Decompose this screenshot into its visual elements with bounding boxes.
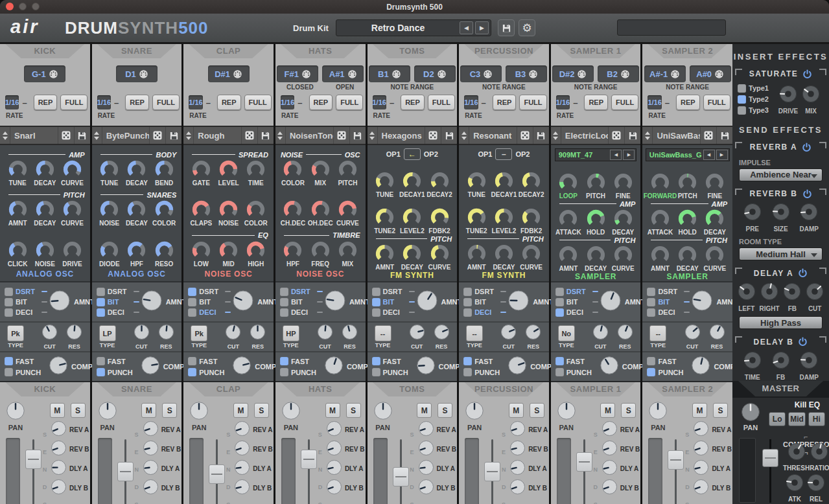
- mute-button[interactable]: M: [600, 403, 615, 418]
- solo-button[interactable]: S: [254, 403, 269, 418]
- level2-knob[interactable]: LEVEL2: [490, 207, 517, 235]
- comp-knob[interactable]: COMP: [49, 356, 93, 378]
- curve-knob[interactable]: CURVE: [58, 159, 86, 187]
- punch-checkbox[interactable]: [463, 368, 472, 376]
- bit-checkbox[interactable]: [555, 298, 564, 306]
- deci-checkbox[interactable]: [280, 308, 288, 317]
- repeat-button[interactable]: REP: [34, 95, 58, 110]
- dist-amount-knob[interactable]: [691, 290, 713, 314]
- res-knob[interactable]: RES: [614, 324, 635, 350]
- repeat-button[interactable]: REP: [584, 95, 608, 110]
- volume-fader[interactable]: [209, 464, 225, 484]
- full-button[interactable]: FULL: [519, 95, 546, 110]
- cut-knob[interactable]: CUT: [315, 324, 336, 350]
- note-select-d1[interactable]: D1: [116, 65, 158, 82]
- drive-knob[interactable]: DRIVE: [778, 84, 799, 115]
- volume-fader[interactable]: [117, 462, 134, 481]
- delay-b-power-button[interactable]: [798, 337, 808, 347]
- rate-value[interactable]: 1/16: [5, 95, 19, 109]
- low-knob[interactable]: LOW: [187, 240, 215, 268]
- filter-type-button[interactable]: LP: [99, 325, 116, 341]
- dly-b-send-knob[interactable]: DLY B: [234, 478, 273, 498]
- curve-knob[interactable]: CURVE: [334, 199, 361, 227]
- randomize-dice-icon[interactable]: [241, 127, 257, 144]
- rev-a-send-knob[interactable]: REV A: [693, 420, 732, 439]
- sample-next-button[interactable]: ▶: [716, 150, 728, 160]
- bit-checkbox[interactable]: [647, 298, 655, 306]
- attack-knob[interactable]: ATTACK: [555, 208, 582, 236]
- volume-fader[interactable]: [668, 450, 684, 470]
- decay1-knob[interactable]: DECAY1: [399, 170, 426, 198]
- full-button[interactable]: FULL: [428, 95, 455, 110]
- preset-name[interactable]: Snarl: [10, 131, 58, 141]
- right-knob[interactable]: RIGHT: [760, 282, 780, 312]
- randomize-dice-icon[interactable]: [517, 127, 533, 144]
- fast-checkbox[interactable]: [463, 357, 472, 365]
- type3-checkbox[interactable]: [738, 106, 746, 115]
- rev-a-send-knob[interactable]: REV A: [601, 420, 640, 439]
- room-type-select[interactable]: Medium Hall: [739, 247, 823, 260]
- rev-b-send-knob[interactable]: REV B: [418, 439, 457, 459]
- cut-knob[interactable]: CUT: [498, 324, 519, 350]
- color-knob[interactable]: COLOR: [242, 199, 270, 227]
- deci-checkbox[interactable]: [188, 308, 196, 317]
- mute-button[interactable]: M: [692, 403, 707, 418]
- comp-knob[interactable]: COMP: [324, 356, 368, 378]
- bit-checkbox[interactable]: [97, 298, 105, 306]
- rate-value[interactable]: 1/16: [373, 95, 386, 109]
- fast-checkbox[interactable]: [280, 357, 288, 365]
- preset-spinner[interactable]: [551, 127, 561, 144]
- color-knob[interactable]: COLOR: [150, 199, 178, 227]
- repeat-button[interactable]: REP: [309, 95, 333, 110]
- comp-knob[interactable]: COMP: [141, 356, 185, 378]
- res-knob[interactable]: RES: [64, 324, 85, 350]
- note-select-d-2[interactable]: D#2: [552, 65, 594, 82]
- zoom-window-button[interactable]: [32, 3, 40, 10]
- curve-knob[interactable]: CURVE: [518, 243, 545, 271]
- time-knob[interactable]: TIME: [242, 159, 270, 187]
- bend-knob[interactable]: BEND: [150, 159, 178, 187]
- rate-value[interactable]: 1/16: [464, 95, 478, 109]
- dly-a-send-knob[interactable]: DLY A: [143, 459, 181, 478]
- kill-eq-mid-button[interactable]: Mid: [788, 412, 805, 426]
- hold-knob[interactable]: HOLD: [582, 208, 609, 236]
- cut-knob[interactable]: CUT: [805, 282, 824, 312]
- punch-checkbox[interactable]: [188, 368, 196, 376]
- tune-knob[interactable]: TUNE: [4, 159, 31, 187]
- fdbk2-knob[interactable]: FDBK2: [426, 207, 453, 235]
- decay2-knob[interactable]: DECAY2: [426, 170, 453, 198]
- decay-knob[interactable]: DECAY: [490, 243, 517, 271]
- reso-knob[interactable]: RESO: [150, 240, 178, 268]
- mute-button[interactable]: M: [509, 403, 524, 418]
- filter-type-button[interactable]: --: [466, 325, 483, 341]
- fast-checkbox[interactable]: [97, 357, 105, 365]
- fine-knob[interactable]: FINE: [609, 172, 636, 200]
- sample-prev-button[interactable]: ◀: [703, 150, 715, 160]
- dly-b-send-knob[interactable]: DLY B: [143, 478, 181, 498]
- comp-knob[interactable]: COMP: [416, 356, 460, 378]
- repeat-button[interactable]: REP: [676, 95, 700, 110]
- bit-checkbox[interactable]: [280, 298, 288, 306]
- cut-knob[interactable]: CUT: [131, 324, 152, 350]
- decay-knob[interactable]: DECAY: [609, 208, 636, 236]
- preset-spinner[interactable]: [642, 127, 653, 144]
- preset-name[interactable]: Hexagons: [378, 131, 425, 141]
- solo-button[interactable]: S: [162, 403, 177, 418]
- curve-knob[interactable]: CURVE: [609, 244, 636, 272]
- rev-a-send-knob[interactable]: REV A: [51, 420, 89, 439]
- left-knob[interactable]: LEFT: [737, 282, 756, 312]
- mute-button[interactable]: M: [417, 403, 432, 418]
- noise-knob[interactable]: NOISE: [96, 199, 123, 227]
- save-kit-button[interactable]: [498, 19, 515, 36]
- drive-knob[interactable]: DRIVE: [58, 240, 86, 268]
- sample-selector[interactable]: 909MT_47◀▶: [555, 148, 637, 161]
- curve-knob[interactable]: CURVE: [58, 199, 86, 227]
- mix-knob[interactable]: MIX: [307, 159, 334, 187]
- cut-knob[interactable]: CUT: [223, 324, 244, 350]
- preset-name[interactable]: UniSawBass: [653, 131, 700, 141]
- forward-knob[interactable]: FORWARD: [646, 172, 673, 200]
- mute-button[interactable]: M: [233, 403, 248, 418]
- attack-knob[interactable]: ATTACK: [646, 208, 673, 236]
- time-knob[interactable]: TIME: [743, 350, 762, 381]
- master-fader[interactable]: [762, 449, 778, 467]
